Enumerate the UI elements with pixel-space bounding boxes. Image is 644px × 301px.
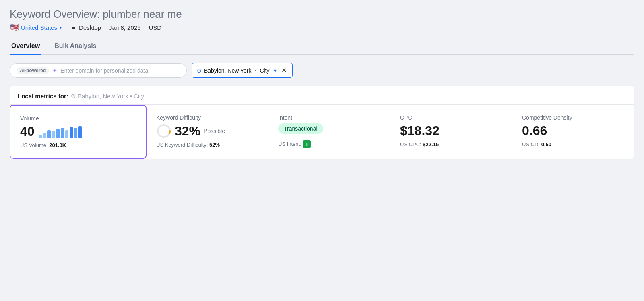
bar-7 <box>65 130 68 138</box>
chevron-down-icon: ▾ <box>60 25 62 30</box>
cpc-value: $18.32 <box>400 123 440 138</box>
page-header: Keyword Overview: plumber near me 🇺🇸 Uni… <box>10 8 634 32</box>
tab-bulk-analysis[interactable]: Bulk Analysis <box>53 38 98 55</box>
location-city: Babylon, New York <box>204 67 252 74</box>
metric-competitive-density: Competitive Density 0.66 US CD: 0.50 <box>512 105 634 159</box>
chevron-down-icon: ▾ <box>274 67 277 74</box>
cd-sub-value: 0.50 <box>541 141 551 147</box>
volume-bar-chart <box>39 125 82 138</box>
kd-sub-value: 52% <box>209 142 220 148</box>
cd-sub-label: US CD: <box>522 141 540 147</box>
bar-2 <box>43 133 46 138</box>
country-name: United States <box>21 24 57 31</box>
cd-value: 0.66 <box>522 123 547 138</box>
metric-intent: Intent Transactional US Intent: T <box>268 105 390 159</box>
location-pin-icon: ⊙ <box>197 67 202 74</box>
ai-badge: AI-powered <box>17 67 49 74</box>
title-prefix: Keyword Overview: <box>10 8 100 20</box>
kd-value-row: 32% Possible <box>156 123 258 139</box>
cpc-sub-value: $22.15 <box>423 141 439 147</box>
device-label: Desktop <box>79 24 101 31</box>
metric-keyword-difficulty: Keyword Difficulty 32% Possible US Keywo… <box>147 105 268 159</box>
volume-value: 40 <box>20 124 35 139</box>
bar-10 <box>78 126 82 138</box>
flag-icon: 🇺🇸 <box>10 23 19 32</box>
bar-1 <box>39 135 42 138</box>
tab-overview[interactable]: Overview <box>10 38 41 55</box>
cd-sub: US CD: 0.50 <box>522 141 625 147</box>
bar-8 <box>70 127 73 138</box>
kd-value: 32% <box>175 124 200 139</box>
metric-cpc: CPC $18.32 US CPC: $22.15 <box>390 105 512 159</box>
metrics-container: Local metrics for: ⊙ Babylon, New York •… <box>10 86 634 159</box>
cpc-sub: US CPC: $22.15 <box>400 141 502 147</box>
location-type: City <box>260 67 269 74</box>
page-title: Keyword Overview: plumber near me <box>10 8 634 21</box>
kd-descriptor: Possible <box>204 128 225 134</box>
intent-label: Intent <box>278 114 380 121</box>
svg-point-0 <box>158 125 170 137</box>
keyword-text: plumber near me <box>103 8 182 20</box>
kd-label: Keyword Difficulty <box>156 114 258 121</box>
kd-circle-chart <box>156 123 171 139</box>
us-intent-badge: T <box>303 140 311 148</box>
volume-sub-value: 201.0K <box>49 142 66 148</box>
cpc-label: CPC <box>400 114 502 121</box>
location-dot: • <box>255 67 257 74</box>
local-location-label: ⊙ Babylon, New York • City <box>71 92 144 100</box>
sparkle-icon: ✦ <box>52 67 57 74</box>
cd-label: Competitive Density <box>522 114 625 121</box>
location-pin-header-icon: ⊙ <box>71 92 76 100</box>
domain-input-wrapper[interactable]: AI-powered ✦ Enter domain for personaliz… <box>10 63 187 78</box>
device-info: 🖥 Desktop <box>70 24 101 31</box>
country-selector[interactable]: 🇺🇸 United States ▾ <box>10 23 62 32</box>
volume-sub: US Volume: 201.0K <box>20 142 136 148</box>
currency-label: USD <box>149 24 162 31</box>
tabs-row: Overview Bulk Analysis <box>10 38 634 55</box>
domain-input-placeholder: Enter domain for personalized data <box>60 67 180 74</box>
cpc-sub-label: US CPC: <box>400 141 421 147</box>
metric-volume: Volume 40 US Volume: 201.0K <box>10 105 147 159</box>
volume-label: Volume <box>20 115 136 122</box>
local-city: Babylon, New York <box>78 93 128 100</box>
meta-row: 🇺🇸 United States ▾ 🖥 Desktop Jan 8, 2025… <box>10 23 634 32</box>
local-metrics-header: Local metrics for: ⊙ Babylon, New York •… <box>10 86 634 105</box>
bar-5 <box>56 129 60 138</box>
intent-badge: Transactional <box>278 123 323 134</box>
volume-value-row: 40 <box>20 124 136 139</box>
kd-sub: US Keyword Difficulty: 52% <box>156 142 258 148</box>
metrics-grid: Volume 40 US Volume: 201.0K <box>10 105 634 159</box>
bar-4 <box>52 131 55 138</box>
bar-6 <box>61 128 64 138</box>
monitor-icon: 🖥 <box>70 24 76 31</box>
toolbar-row: AI-powered ✦ Enter domain for personaliz… <box>10 63 634 78</box>
local-dot: • <box>130 93 132 100</box>
intent-sub: US Intent: T <box>278 140 380 148</box>
local-metrics-label: Local metrics for: <box>18 93 68 100</box>
cpc-value-row: $18.32 <box>400 123 502 138</box>
bar-3 <box>47 130 51 138</box>
bar-9 <box>74 128 77 138</box>
local-type: City <box>134 93 144 100</box>
location-selector[interactable]: ⊙ Babylon, New York • City ▾ ✕ <box>192 63 293 78</box>
volume-sub-label: US Volume: <box>20 142 48 148</box>
kd-sub-label: US Keyword Difficulty: <box>156 142 208 148</box>
cd-value-row: 0.66 <box>522 123 625 138</box>
date-label: Jan 8, 2025 <box>109 24 140 31</box>
intent-sub-label: US Intent: <box>278 141 301 147</box>
location-clear-button[interactable]: ✕ <box>281 66 287 74</box>
